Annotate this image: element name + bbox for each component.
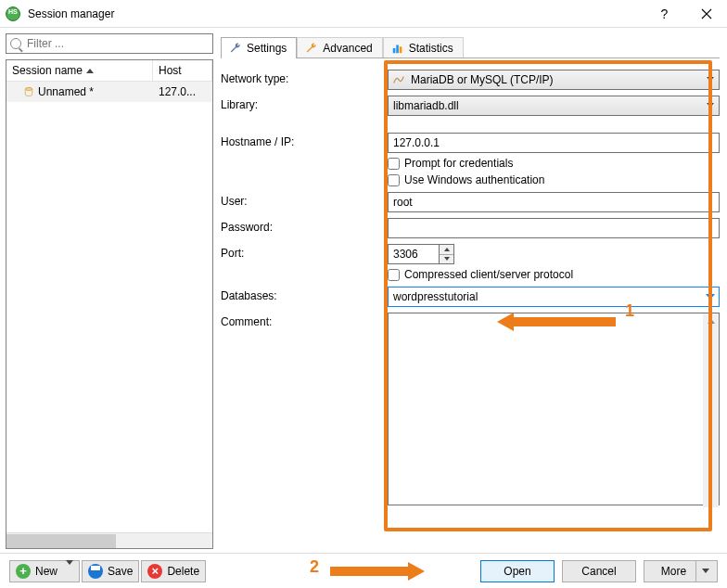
select-value: libmariadb.dll (393, 99, 459, 112)
delete-icon: × (147, 564, 162, 579)
app-icon (6, 6, 20, 21)
tab-settings[interactable]: Settings (221, 37, 297, 58)
svg-rect-2 (396, 45, 399, 54)
session-list-header: Session name Host (6, 60, 212, 82)
comment-textarea[interactable] (388, 313, 720, 505)
svg-rect-1 (392, 48, 395, 53)
wrench-orange-icon (305, 42, 318, 55)
button-label: Cancel (581, 565, 616, 578)
vertical-scrollbar[interactable] (703, 313, 719, 507)
password-input[interactable] (388, 218, 720, 238)
annotation-label-2: 2 (310, 557, 319, 577)
svg-point-0 (25, 88, 32, 91)
save-button[interactable]: Save (82, 560, 139, 582)
spinner-down[interactable] (440, 255, 453, 264)
settings-form: Network type: MariaDB or MySQL (TCP/IP) … (221, 58, 720, 553)
label-user: User: (221, 192, 388, 208)
combo-value: wordpresstutorial (393, 290, 478, 303)
search-icon (10, 38, 21, 49)
delete-button[interactable]: × Delete (141, 560, 206, 582)
chevron-down-icon (707, 77, 714, 82)
wrench-icon (229, 42, 242, 55)
session-panel: Session name Host Unnamed * 127.0... (0, 28, 217, 553)
open-button[interactable]: Open (480, 560, 555, 582)
session-db-icon (23, 86, 34, 97)
plus-icon: + (16, 564, 31, 579)
filter-box[interactable] (6, 33, 213, 54)
button-label: More (661, 565, 686, 578)
tab-statistics[interactable]: Statistics (383, 37, 464, 58)
chevron-down-icon (706, 294, 715, 300)
save-icon (88, 564, 103, 579)
label-password: Password: (221, 218, 388, 234)
checkbox-label: Prompt for credentials (404, 157, 513, 170)
sort-asc-icon (86, 69, 94, 73)
button-label: Save (108, 565, 133, 578)
tab-advanced[interactable]: Advanced (297, 37, 382, 58)
tab-label: Advanced (323, 42, 372, 55)
button-bar: + New Save × Delete Open Cancel More 2 (0, 553, 727, 588)
user-input[interactable] (388, 192, 720, 212)
checkbox-label: Compressed client/server protocol (404, 268, 573, 281)
label-databases: Databases: (221, 287, 388, 302)
label-hostname: Hostname / IP: (221, 133, 388, 148)
annotation-arrow-2 (330, 562, 425, 581)
checkbox-label: Use Windows authentication (404, 173, 544, 186)
network-type-select[interactable]: MariaDB or MySQL (TCP/IP) (388, 70, 720, 90)
more-button[interactable]: More (644, 560, 718, 582)
hostname-input[interactable] (388, 133, 720, 153)
port-input[interactable] (388, 244, 440, 264)
session-name: Unnamed * (38, 85, 94, 98)
prompt-credentials-checkbox[interactable] (388, 158, 400, 170)
column-host[interactable]: Host (153, 60, 212, 81)
select-value: MariaDB or MySQL (TCP/IP) (411, 73, 554, 86)
label-network-type: Network type: (221, 70, 388, 85)
session-list: Session name Host Unnamed * 127.0... (6, 59, 213, 549)
filter-input[interactable] (25, 36, 209, 51)
window-title: Session manager (28, 7, 114, 20)
scrollbar-thumb[interactable] (6, 534, 116, 548)
label-library: Library: (221, 96, 388, 111)
label-port: Port: (221, 244, 388, 260)
tab-label: Settings (247, 42, 287, 55)
spinner-up[interactable] (440, 245, 453, 255)
more-dropdown[interactable] (695, 561, 709, 582)
compressed-protocol-checkbox[interactable] (388, 269, 400, 281)
column-label: Session name (12, 64, 83, 77)
new-dropdown[interactable] (62, 565, 73, 578)
help-button[interactable]: ? (644, 0, 685, 28)
windows-auth-checkbox[interactable] (388, 174, 400, 186)
new-button[interactable]: + New (9, 560, 80, 582)
tab-label: Statistics (409, 42, 453, 55)
port-spinner[interactable] (440, 244, 454, 264)
button-label: Open (504, 565, 530, 578)
label-comment: Comment: (221, 313, 388, 328)
button-label: New (35, 565, 57, 578)
column-session-name[interactable]: Session name (6, 60, 153, 81)
scroll-up-arrow[interactable] (703, 313, 719, 329)
button-label: Delete (167, 565, 199, 578)
session-host: 127.0... (153, 85, 212, 98)
close-button[interactable] (685, 0, 727, 28)
titlebar: Session manager ? (0, 0, 727, 28)
settings-panel: Settings Advanced Statistics Network typ… (217, 28, 727, 553)
databases-combo[interactable]: wordpresstutorial (388, 287, 720, 307)
tab-bar: Settings Advanced Statistics (221, 33, 720, 58)
db-mysql-icon (392, 73, 405, 86)
svg-rect-3 (399, 46, 402, 53)
chevron-down-icon (707, 103, 714, 108)
session-row[interactable]: Unnamed * 127.0... (6, 82, 212, 102)
cancel-button[interactable]: Cancel (562, 560, 636, 582)
library-select[interactable]: libmariadb.dll (388, 96, 720, 116)
bar-chart-icon (391, 42, 404, 55)
horizontal-scrollbar[interactable] (6, 532, 212, 548)
